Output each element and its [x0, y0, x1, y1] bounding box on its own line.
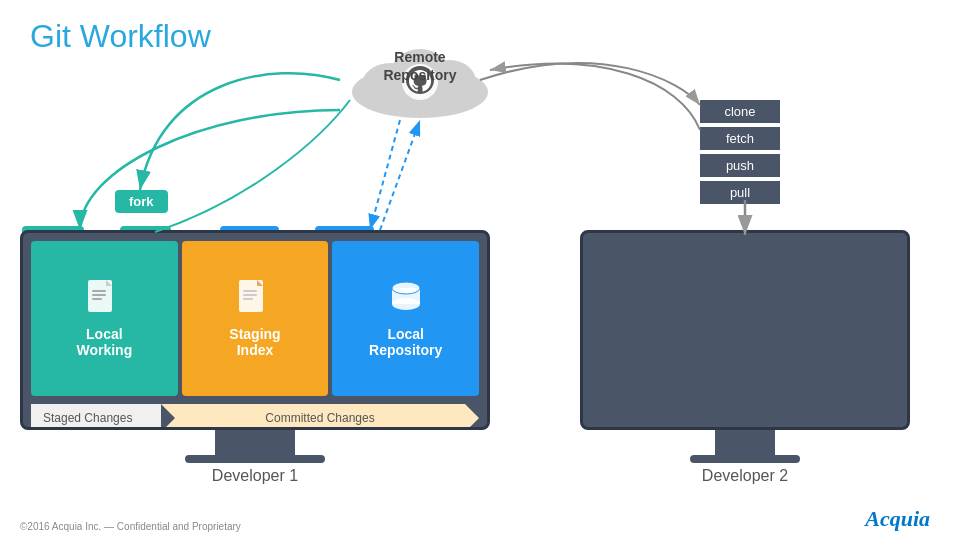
monitor-screen2: [580, 230, 910, 430]
svg-rect-7: [92, 290, 106, 292]
section-local-working: LocalWorking: [31, 241, 178, 396]
push-right-label: push: [700, 154, 780, 177]
monitor2-stand: [715, 430, 775, 455]
staged-changes-label: Staged Changes: [31, 404, 161, 430]
right-labels: clone fetch push pull: [700, 100, 780, 204]
monitor1-stand: [215, 430, 295, 455]
pull-right-label: pull: [700, 181, 780, 204]
developer1-label: Developer 1: [20, 467, 490, 485]
fork-label: fork: [115, 190, 168, 213]
fetch-right-label: fetch: [700, 127, 780, 150]
database-icon: [388, 280, 424, 320]
svg-rect-13: [243, 298, 253, 300]
svg-rect-12: [243, 294, 257, 296]
clone-right-label: clone: [700, 100, 780, 123]
svg-line-22: [380, 120, 420, 230]
page-title: Git Workflow: [30, 18, 211, 55]
acquia-logo: Acquia: [865, 506, 930, 532]
svg-rect-8: [92, 294, 106, 296]
document-icon: [86, 280, 122, 320]
cloud-container: RemoteRepository: [320, 30, 520, 120]
changes-bar: Staged Changes Committed Changes: [31, 404, 479, 430]
section-staging: StagingIndex: [182, 241, 329, 396]
sections-container: LocalWorking StagingIndex: [31, 241, 479, 396]
section-local-repo: LocalRepository: [332, 241, 479, 396]
cloud-label: RemoteRepository: [370, 48, 470, 84]
monitor2-base: [690, 455, 800, 463]
monitor1: LocalWorking StagingIndex: [20, 230, 490, 485]
monitor-screen1: LocalWorking StagingIndex: [20, 230, 490, 430]
monitor1-base: [185, 455, 325, 463]
monitor2: Developer 2: [580, 230, 910, 485]
svg-rect-11: [243, 290, 257, 292]
committed-changes-label: Committed Changes: [161, 404, 479, 430]
svg-point-16: [392, 298, 420, 310]
developer2-label: Developer 2: [580, 467, 910, 485]
svg-line-23: [370, 120, 400, 230]
staging-icon: [237, 280, 273, 320]
svg-rect-9: [92, 298, 102, 300]
cloud-shape: RemoteRepository: [340, 30, 500, 120]
footer: ©2016 Acquia Inc. — Confidential and Pro…: [20, 521, 241, 532]
